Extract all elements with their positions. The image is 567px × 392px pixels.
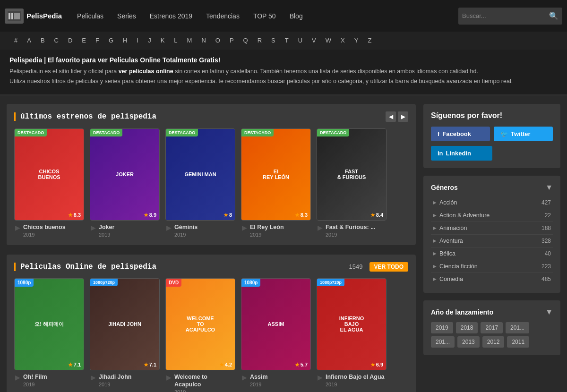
alpha-s[interactable]: S bbox=[266, 32, 280, 50]
alpha-f[interactable]: F bbox=[91, 32, 104, 50]
featured-nav-arrows: ◀ ▶ bbox=[386, 111, 408, 122]
alpha-g[interactable]: G bbox=[104, 32, 118, 50]
genres-title[interactable]: Géneros ▼ bbox=[431, 183, 553, 192]
movie-info: ▶ Géminis 2019 bbox=[165, 221, 235, 238]
movie-play-icon: ▶ bbox=[166, 224, 172, 231]
intro-link-peliculas[interactable]: ver peliculas online bbox=[119, 68, 173, 75]
search-input[interactable] bbox=[462, 12, 547, 19]
genre-item[interactable]: ▶ Acción 427 bbox=[431, 196, 553, 209]
poster-bg: DESTACADO JOKER ★8.9 bbox=[90, 129, 159, 220]
genres-list: ▶ Acción 427 ▶ Action & Adventure 22 ▶ A… bbox=[431, 196, 553, 285]
alpha-x[interactable]: X bbox=[336, 32, 350, 50]
alpha-z[interactable]: Z bbox=[363, 32, 376, 50]
online-section-header: Peliculas Online de pelispedia 1549 VER … bbox=[14, 262, 408, 272]
alpha-e[interactable]: E bbox=[77, 32, 91, 50]
site-logo[interactable]: PelisPedia bbox=[5, 9, 62, 24]
movie-badge: DVD bbox=[166, 279, 181, 287]
movie-rating: ★8.9 bbox=[144, 212, 156, 218]
movie-info: ▶ Jihadi John 2019 bbox=[90, 370, 160, 387]
movie-card[interactable]: 1080p 오! 해피데이 ★7.1 ▶ Oh! Film 2019 bbox=[14, 278, 84, 392]
poster-bg: DESTACADO El REY LEÓN ★8.3 bbox=[241, 129, 310, 220]
alpha-c[interactable]: C bbox=[50, 32, 63, 50]
linkedin-label: Linkedin bbox=[446, 150, 471, 157]
poster-bg: DESTACADO GEMINI MAN ★8 bbox=[166, 129, 235, 220]
next-arrow[interactable]: ▶ bbox=[398, 111, 408, 122]
ver-todo-button[interactable]: VER TODO bbox=[369, 262, 408, 272]
movie-card[interactable]: 1080p720p INFIERNO BAJO EL AGUA ★6.9 ▶ I… bbox=[317, 278, 387, 392]
nav-top50[interactable]: TOP 50 bbox=[248, 9, 282, 24]
movie-card[interactable]: DESTACADO GEMINI MAN ★8 ▶ Géminis 2019 bbox=[165, 128, 235, 238]
alpha-d[interactable]: D bbox=[63, 32, 77, 50]
alpha-i[interactable]: I bbox=[132, 32, 144, 50]
alpha-n[interactable]: N bbox=[197, 32, 210, 50]
genre-name: ▶ Animación bbox=[433, 225, 467, 231]
alpha-u[interactable]: U bbox=[293, 32, 307, 50]
prev-arrow[interactable]: ◀ bbox=[386, 111, 396, 122]
movie-play-icon: ▶ bbox=[91, 224, 96, 231]
nav-tendencias[interactable]: Tendencias bbox=[200, 9, 245, 24]
year-tag[interactable]: 2018 bbox=[456, 322, 478, 333]
alpha-b[interactable]: B bbox=[36, 32, 50, 50]
year-tag[interactable]: 2012 bbox=[482, 336, 505, 348]
genre-item[interactable]: ▶ Aventura 328 bbox=[431, 235, 553, 247]
movie-poster: 1080p720p JIHADI JOHN ★7.1 bbox=[90, 278, 160, 370]
nav-peliculas[interactable]: Peliculas bbox=[71, 9, 109, 24]
alpha-q[interactable]: Q bbox=[239, 32, 253, 50]
alpha-a[interactable]: A bbox=[22, 32, 36, 50]
movie-card[interactable]: 1080p720p JIHADI JOHN ★7.1 ▶ Jihadi John… bbox=[90, 278, 160, 392]
genre-count: 22 bbox=[545, 212, 551, 219]
year-tag[interactable]: 2017 bbox=[481, 322, 503, 333]
movie-card[interactable]: DESTACADO CHICOS BUENOS ★8.3 ▶ Chicos bu… bbox=[14, 128, 84, 238]
genre-item[interactable]: ▶ Action & Adventure 22 bbox=[431, 209, 553, 222]
genre-count: 223 bbox=[541, 263, 551, 270]
genre-bullet-icon: ▶ bbox=[433, 200, 437, 205]
intro-title: Pelispedia | El favorito para ver Pelicu… bbox=[9, 56, 558, 64]
movie-card[interactable]: DESTACADO El REY LEÓN ★8.3 ▶ El Rey León… bbox=[241, 128, 311, 238]
nav-estrenos[interactable]: Estrenos 2019 bbox=[144, 9, 198, 24]
alpha-r[interactable]: R bbox=[253, 32, 266, 50]
linkedin-button[interactable]: in Linkedin bbox=[431, 146, 492, 161]
genre-item[interactable]: ▶ Bélica 40 bbox=[431, 247, 553, 260]
year-tag[interactable]: 2019 bbox=[431, 322, 453, 333]
alpha-h[interactable]: H bbox=[118, 32, 132, 50]
search-icon[interactable]: 🔍 bbox=[549, 11, 558, 20]
movie-title: Welcome to Acapulco bbox=[174, 373, 234, 389]
movie-badge: 1080p720p bbox=[90, 279, 118, 286]
movie-poster: 1080p720p INFIERNO BAJO EL AGUA ★6.9 bbox=[317, 278, 387, 370]
alpha-w[interactable]: W bbox=[321, 32, 336, 50]
alpha-m[interactable]: M bbox=[182, 32, 197, 50]
alpha-t[interactable]: T bbox=[280, 32, 293, 50]
alpha-y[interactable]: Y bbox=[350, 32, 363, 50]
movie-details: Assim 2019 bbox=[250, 373, 310, 387]
intro-text2: Utiliza nuestros filtros de peliculas y … bbox=[9, 77, 558, 86]
movie-card[interactable]: DESTACADO FAST & FURIOUS ★8.4 ▶ Fast & F… bbox=[317, 128, 387, 238]
genre-item[interactable]: ▶ Comedia 485 bbox=[431, 273, 553, 285]
twitter-label: Twitter bbox=[511, 130, 531, 137]
movie-card[interactable]: DESTACADO JOKER ★8.9 ▶ Joker 2019 bbox=[90, 128, 160, 238]
genre-item[interactable]: ▶ Ciencia ficción 223 bbox=[431, 260, 553, 273]
movie-title: Fast & Furious: ... bbox=[326, 223, 386, 231]
nav-series[interactable]: Series bbox=[112, 9, 142, 24]
year-tag[interactable]: 201... bbox=[506, 322, 529, 333]
alpha-l[interactable]: L bbox=[169, 32, 182, 50]
alpha-v[interactable]: V bbox=[307, 32, 321, 50]
movie-card[interactable]: DVD WELCOME TO ACAPULCO ★4.2 ▶ Welcome t… bbox=[165, 278, 235, 392]
movie-poster: DESTACADO CHICOS BUENOS ★8.3 bbox=[14, 128, 84, 221]
movie-play-icon: ▶ bbox=[242, 374, 247, 381]
year-tag[interactable]: 2011 bbox=[507, 336, 529, 348]
alpha-p[interactable]: P bbox=[225, 32, 239, 50]
movie-card[interactable]: 1080p ASSIM ★5.7 ▶ Assim 2019 bbox=[241, 278, 311, 392]
year-tag[interactable]: 201... bbox=[431, 336, 455, 348]
alpha-o[interactable]: O bbox=[211, 32, 225, 50]
facebook-button[interactable]: f Facebook bbox=[431, 127, 490, 141]
genre-item[interactable]: ▶ Animación 188 bbox=[431, 222, 553, 235]
year-title[interactable]: Año de lanzamiento ▼ bbox=[431, 308, 553, 316]
alpha-k[interactable]: K bbox=[156, 32, 170, 50]
alpha-hash[interactable]: # bbox=[9, 32, 22, 50]
nav-blog[interactable]: Blog bbox=[284, 9, 309, 24]
twitter-button[interactable]: 🐦 Twitter bbox=[494, 127, 553, 141]
alpha-j[interactable]: J bbox=[143, 32, 156, 50]
genre-name: ▶ Ciencia ficción bbox=[433, 263, 478, 270]
year-tag[interactable]: 2013 bbox=[457, 336, 480, 348]
search-bar: 🔍 bbox=[458, 8, 562, 25]
